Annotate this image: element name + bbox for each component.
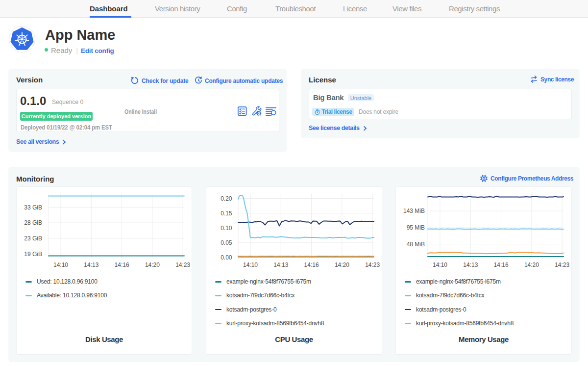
svg-text:14:13: 14:13 — [463, 261, 478, 268]
svg-text:0.15: 0.15 — [220, 210, 232, 217]
svg-text:14:10: 14:10 — [53, 261, 68, 268]
svg-text:14:16: 14:16 — [494, 261, 509, 268]
svg-text:0.00: 0.00 — [220, 254, 232, 261]
svg-text:14:23: 14:23 — [175, 261, 190, 268]
svg-text:48 MiB: 48 MiB — [407, 241, 425, 248]
svg-text:143 MiB: 143 MiB — [403, 208, 425, 214]
svg-text:14:20: 14:20 — [145, 261, 160, 268]
svg-text:95 MiB: 95 MiB — [407, 224, 425, 231]
svg-text:28 GiB: 28 GiB — [24, 219, 42, 226]
svg-text:33 GiB: 33 GiB — [24, 204, 42, 211]
svg-text:0.10: 0.10 — [220, 225, 232, 232]
svg-text:14:23: 14:23 — [365, 261, 380, 268]
svg-text:14:13: 14:13 — [273, 261, 288, 268]
svg-text:0.05: 0.05 — [220, 239, 232, 246]
svg-text:14:10: 14:10 — [243, 261, 258, 268]
svg-text:14:23: 14:23 — [555, 261, 569, 268]
svg-text:14:20: 14:20 — [335, 261, 349, 268]
svg-text:14:10: 14:10 — [433, 261, 447, 268]
svg-text:19 GiB: 19 GiB — [24, 251, 42, 258]
svg-text:14:13: 14:13 — [84, 261, 98, 268]
svg-text:14:16: 14:16 — [115, 261, 129, 268]
svg-text:23 GiB: 23 GiB — [24, 235, 42, 242]
svg-text:14:20: 14:20 — [524, 261, 539, 268]
svg-text:0.20: 0.20 — [220, 195, 232, 202]
svg-text:14:16: 14:16 — [304, 261, 319, 268]
